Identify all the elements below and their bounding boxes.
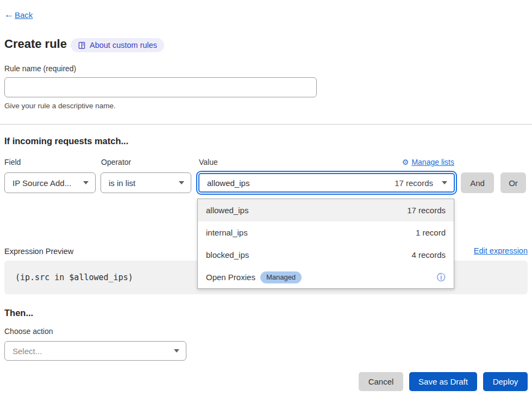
rule-name-helper-text: Give your rule a descriptive name. [4, 102, 116, 110]
value-column-label: Value [199, 158, 218, 166]
list-item-records: 17 records [407, 206, 446, 215]
chevron-down-icon [442, 181, 447, 184]
operator-column-label: Operator [101, 158, 131, 166]
info-icon[interactable]: ⓘ [437, 273, 446, 282]
back-link[interactable]: ←Back [4, 9, 33, 20]
value-select[interactable]: allowed_ips 17 records [196, 171, 457, 195]
create-rule-page: ←Back Create rule About custom rules Rul… [0, 0, 532, 402]
chevron-down-icon [179, 181, 184, 184]
value-records-count: 17 records [395, 178, 433, 188]
about-custom-rules-link[interactable]: About custom rules [71, 38, 164, 52]
list-item-records: 1 record [416, 228, 446, 237]
field-select[interactable]: IP Source Add... [4, 172, 96, 193]
expression-preview-label: Expression Preview [4, 247, 73, 256]
operator-select-value: is in list [109, 178, 173, 188]
rule-name-input[interactable] [4, 77, 317, 97]
about-custom-rules-label: About custom rules [90, 41, 157, 50]
managed-badge: Managed [260, 271, 302, 283]
cancel-button[interactable]: Cancel [359, 372, 403, 391]
manage-lists-link[interactable]: ⚙ Manage lists [397, 158, 454, 166]
edit-expression-link[interactable]: Edit expression [474, 246, 528, 255]
lists-dropdown-menu: allowed_ips 17 records internal_ips 1 re… [197, 199, 454, 289]
action-select[interactable]: Select... [4, 341, 186, 361]
back-link-label: Back [15, 10, 33, 20]
list-item-records: 4 records [411, 250, 446, 259]
action-select-placeholder: Select... [12, 347, 168, 356]
list-item-blocked-ips[interactable]: blocked_ips 4 records [198, 244, 454, 266]
then-section-heading: Then... [4, 308, 33, 318]
and-button[interactable]: And [461, 172, 494, 193]
operator-select[interactable]: is in list [101, 172, 191, 193]
field-column-label: Field [4, 158, 21, 166]
list-item-internal-ips[interactable]: internal_ips 1 record [198, 221, 454, 244]
list-item-name: allowed_ips [206, 206, 407, 215]
chevron-down-icon [174, 349, 179, 352]
section-divider [0, 124, 532, 125]
choose-action-label: Choose action [4, 327, 53, 336]
manage-lists-label: Manage lists [411, 158, 454, 166]
rule-name-label: Rule name (required) [4, 64, 76, 73]
back-arrow-icon: ← [4, 9, 14, 20]
list-item-allowed-ips[interactable]: allowed_ips 17 records [198, 199, 454, 221]
deploy-button[interactable]: Deploy [483, 372, 528, 391]
gear-icon: ⚙ [402, 158, 409, 166]
or-button[interactable]: Or [500, 172, 526, 193]
save-as-draft-button[interactable]: Save as Draft [409, 372, 477, 391]
list-item-open-proxies[interactable]: Open Proxies Managed ⓘ [198, 266, 454, 288]
list-item-name: Open Proxies [206, 273, 255, 282]
list-item-name: blocked_ips [206, 250, 411, 259]
chevron-down-icon [83, 181, 89, 184]
book-icon [78, 41, 86, 50]
page-title: Create rule [4, 37, 67, 51]
list-item-name: internal_ips [206, 228, 416, 237]
match-section-heading: If incoming requests match... [4, 136, 128, 146]
value-select-value: allowed_ips [207, 178, 395, 188]
field-select-value: IP Source Add... [12, 178, 78, 188]
expression-code: (ip.src in $allowed_ips) [15, 273, 133, 282]
